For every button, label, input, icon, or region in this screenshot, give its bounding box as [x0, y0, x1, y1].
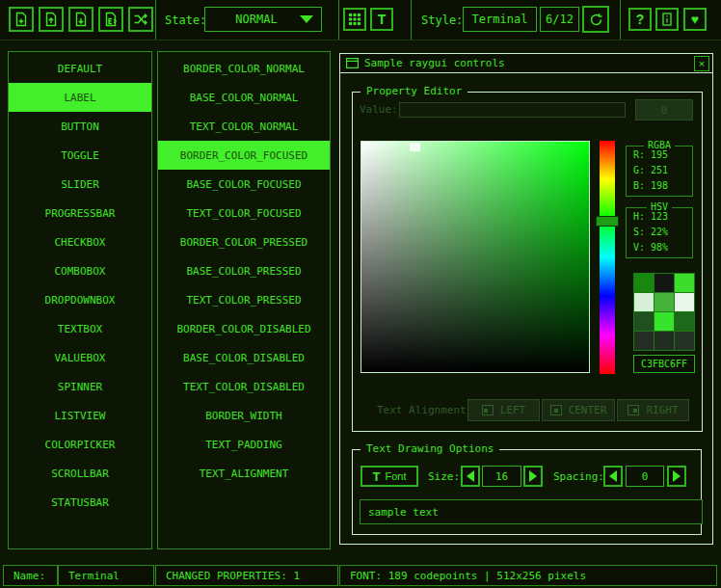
state-dropdown[interactable]: NORMAL: [204, 7, 322, 32]
palette-swatch[interactable]: [634, 274, 654, 292]
align-center-label: CENTER: [569, 404, 607, 416]
spacing-increase-button[interactable]: [667, 466, 686, 487]
random-style-button[interactable]: [128, 7, 153, 32]
list-item-border_color_normal[interactable]: BORDER_COLOR_NORMAL: [158, 54, 330, 83]
palette-swatch[interactable]: [675, 332, 694, 350]
list-item-border_width[interactable]: BORDER_WIDTH: [158, 401, 330, 430]
save-file-button[interactable]: [68, 7, 93, 32]
style-name: Terminal: [472, 13, 528, 26]
properties-list: BORDER_COLOR_NORMALBASE_COLOR_NORMALTEXT…: [157, 51, 331, 549]
property-editor-title: Property Editor: [360, 85, 467, 97]
help-button[interactable]: ?: [628, 8, 652, 31]
spacing-decrease-button[interactable]: [603, 466, 623, 487]
question-icon: ?: [636, 12, 645, 27]
list-item-text_padding[interactable]: TEXT_PADDING: [158, 430, 330, 459]
list-item-label[interactable]: LABEL: [9, 83, 151, 112]
palette-swatch[interactable]: [675, 293, 694, 311]
status-font-info: FONT: 189 codepoints | 512x256 pixels: [339, 565, 717, 586]
list-item-button[interactable]: BUTTON: [9, 112, 151, 141]
reload-icon: [589, 13, 603, 27]
font-t-icon: T: [378, 12, 387, 27]
hex-color-field[interactable]: C3FBC6FF: [633, 355, 695, 373]
list-item-checkbox[interactable]: CHECKBOX: [9, 227, 151, 256]
sample-controls-window: Sample raygui controls × Property Editor…: [339, 53, 713, 545]
style-name-button[interactable]: Terminal: [463, 7, 537, 32]
color-picker-cursor[interactable]: [410, 143, 420, 151]
list-item-text_color_focused[interactable]: TEXT_COLOR_FOCUSED: [158, 199, 330, 227]
value-slider[interactable]: [399, 102, 626, 118]
palette-swatch[interactable]: [675, 312, 694, 331]
rgba-green: G: 251: [627, 163, 692, 177]
hsv-value: V: 98%: [627, 240, 692, 254]
grid-view-button[interactable]: [343, 8, 366, 31]
rgba-blue: B: 198: [627, 178, 692, 193]
list-item-textbox[interactable]: TEXTBOX: [9, 314, 151, 343]
list-item-border_color_focused[interactable]: BORDER_COLOR_FOCUSED: [158, 141, 330, 170]
palette-swatch[interactable]: [654, 312, 674, 331]
list-item-default[interactable]: DEFAULT: [9, 54, 151, 83]
sample-text-box[interactable]: sample text: [360, 499, 703, 524]
list-item-combobox[interactable]: COMBOBOX: [9, 256, 151, 285]
style-index-button[interactable]: 6/12: [540, 7, 579, 32]
value-box-text: 0: [661, 104, 668, 117]
export-file-button[interactable]: [98, 7, 123, 32]
value-box[interactable]: 0: [635, 99, 693, 120]
align-right-label: RIGHT: [646, 404, 678, 416]
align-left-icon: [482, 405, 494, 415]
palette-swatch[interactable]: [654, 332, 674, 350]
toolbar-separator: [411, 0, 412, 40]
reload-style-button[interactable]: [582, 6, 609, 33]
list-item-base_color_pressed[interactable]: BASE_COLOR_PRESSED: [158, 256, 330, 285]
align-left-button[interactable]: LEFT: [467, 399, 540, 421]
palette-swatch[interactable]: [654, 293, 674, 311]
status-changed-properties: CHANGED PROPERTIES: 1: [155, 565, 338, 586]
align-right-button[interactable]: RIGHT: [617, 399, 689, 421]
sponsor-button[interactable]: ♥: [683, 8, 707, 31]
font-atlas-button[interactable]: T: [370, 8, 393, 31]
list-item-slider[interactable]: SLIDER: [9, 170, 151, 199]
list-item-base_color_normal[interactable]: BASE_COLOR_NORMAL: [158, 83, 330, 112]
size-value-box[interactable]: 16: [482, 466, 521, 487]
palette-swatch[interactable]: [634, 332, 654, 350]
list-item-toggle[interactable]: TOGGLE: [9, 141, 151, 170]
info-button[interactable]: [655, 8, 679, 31]
palette-swatch[interactable]: [634, 293, 654, 311]
size-decrease-button[interactable]: [461, 466, 480, 487]
list-item-statusbar[interactable]: STATUSBAR: [9, 488, 151, 517]
palette-swatch[interactable]: [675, 274, 694, 292]
new-file-icon: [13, 12, 29, 27]
list-item-spinner[interactable]: SPINNER: [9, 372, 151, 401]
style-palette: [633, 273, 695, 351]
hue-handle[interactable]: [596, 216, 619, 227]
list-item-text_color_disabled[interactable]: TEXT_COLOR_DISABLED: [158, 372, 330, 401]
arrow-right-icon: [673, 470, 681, 482]
list-item-border_color_pressed[interactable]: BORDER_COLOR_PRESSED: [158, 227, 330, 256]
status-style-name: Terminal: [58, 565, 154, 586]
list-item-text_alignment[interactable]: TEXT_ALIGNMENT: [158, 459, 330, 488]
list-item-dropdownbox[interactable]: DROPDOWNBOX: [9, 285, 151, 314]
list-item-text_color_pressed[interactable]: TEXT_COLOR_PRESSED: [158, 285, 330, 314]
list-item-progressbar[interactable]: PROGRESSBAR: [9, 199, 151, 227]
list-item-valuebox[interactable]: VALUEBOX: [9, 343, 151, 372]
new-file-button[interactable]: [9, 7, 34, 32]
align-center-button[interactable]: CENTER: [542, 399, 615, 421]
open-file-button[interactable]: [39, 7, 64, 32]
palette-swatch[interactable]: [654, 274, 674, 292]
color-picker-panel[interactable]: [360, 141, 590, 373]
list-item-scrollbar[interactable]: SCROLLBAR: [9, 459, 151, 488]
list-item-base_color_disabled[interactable]: BASE_COLOR_DISABLED: [158, 343, 330, 372]
size-increase-button[interactable]: [523, 466, 543, 487]
list-item-text_color_normal[interactable]: TEXT_COLOR_NORMAL: [158, 112, 330, 141]
open-file-icon: [43, 12, 59, 27]
window-titlebar[interactable]: Sample raygui controls ×: [340, 54, 712, 73]
close-button[interactable]: ×: [694, 56, 709, 71]
hue-bar[interactable]: [600, 141, 615, 374]
spacing-value-box[interactable]: 0: [626, 466, 664, 487]
palette-swatch[interactable]: [634, 312, 654, 331]
list-item-border_color_disabled[interactable]: BORDER_COLOR_DISABLED: [158, 314, 330, 343]
spacing-value: 0: [642, 470, 649, 483]
font-button[interactable]: T Font: [360, 466, 418, 487]
list-item-base_color_focused[interactable]: BASE_COLOR_FOCUSED: [158, 170, 330, 199]
list-item-listview[interactable]: LISTVIEW: [9, 401, 151, 430]
list-item-colorpicker[interactable]: COLORPICKER: [9, 430, 151, 459]
